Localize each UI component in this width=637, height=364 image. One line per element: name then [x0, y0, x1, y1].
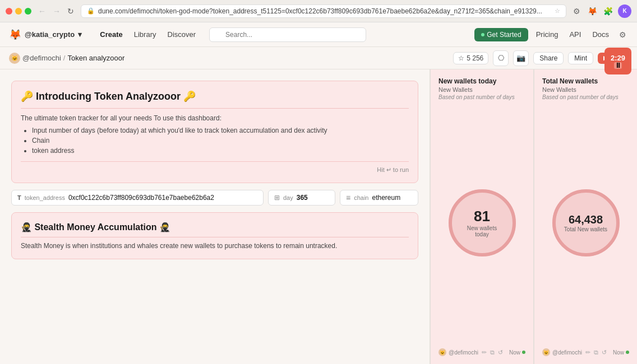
discover-link[interactable]: Discover — [163, 28, 201, 41]
user-dot-left: 😺 — [438, 348, 446, 356]
chain-field[interactable]: ≡ chain ethereum — [340, 190, 418, 206]
search-area: 🔍 — [209, 27, 366, 42]
circle-ring-left — [449, 189, 516, 256]
edit-icon-right[interactable]: ✏ — [585, 349, 590, 356]
breadcrumb-user[interactable]: @defimochi — [22, 54, 61, 62]
intro-list: Input number of days (before today) at w… — [21, 127, 409, 155]
now-label-left: Now — [509, 349, 520, 356]
pricing-link[interactable]: Pricing — [533, 28, 562, 41]
workspace-selector[interactable]: 🦊 @katia_crypto ▾ — [9, 29, 82, 41]
circle-chart-right: 64,438 Total New wallets — [552, 189, 620, 256]
mint-label: Mint — [574, 54, 587, 62]
card-user-name-right: @defimochi — [552, 349, 582, 356]
copy-icon-right[interactable]: ⧉ — [594, 349, 598, 356]
breadcrumb-title: Token analyzooor — [67, 54, 124, 62]
pause-button[interactable]: ⏸ — [614, 62, 622, 69]
api-link[interactable]: API — [566, 28, 584, 41]
edit-icon-left[interactable]: ✏ — [482, 349, 487, 356]
extension-icon-3[interactable]: 🧩 — [602, 6, 613, 17]
chain-icon: ≡ — [346, 193, 350, 202]
chain-label: chain — [354, 194, 368, 201]
run-hint: Hit ↵ to run — [21, 161, 409, 174]
browser-actions: ⚙ 🦊 🧩 K — [571, 4, 631, 18]
nav-arrows: ← → ↻ — [36, 6, 76, 17]
window-controls — [6, 8, 31, 15]
refresh-icon-left[interactable]: ↺ — [498, 349, 503, 356]
settings-icon[interactable]: ⚙ — [617, 29, 628, 40]
token-address-field[interactable]: T token_address 0xcf0c122c6b73ff809c693d… — [11, 190, 264, 206]
day-field[interactable]: ⊞ day 365 — [268, 190, 335, 206]
workspace-name: @katia_crypto — [25, 30, 75, 39]
card-user-right: 😺 @defimochi — [542, 348, 582, 356]
docs-link[interactable]: Docs — [589, 28, 612, 41]
breadcrumb-avatar: 😺 — [9, 53, 20, 64]
now-dot-left — [522, 351, 525, 354]
forward-button[interactable]: → — [50, 6, 63, 17]
metric-right-viz: 64,438 Total New wallets — [542, 100, 629, 345]
list-item: token address — [32, 147, 409, 155]
chevron-down-icon: ▾ — [78, 30, 82, 39]
back-button[interactable]: ← — [36, 6, 48, 17]
timer-controls: ⏸ — [614, 62, 622, 69]
timer-overlay: 2:29 ⏸ — [604, 48, 631, 74]
create-link[interactable]: Create — [95, 28, 127, 41]
chain-value: ethereum — [372, 194, 412, 202]
nav-right: Get Started Pricing API Docs ⚙ — [474, 28, 628, 41]
now-label-right: Now — [613, 349, 624, 356]
metric-left-viz: 81 New wallets today — [438, 100, 525, 345]
metric-left-subtitle: New Wallets — [438, 86, 525, 93]
metric-card-right: Total New wallets New Wallets Based on p… — [534, 69, 637, 364]
get-started-button[interactable]: Get Started — [474, 28, 528, 41]
metric-right-title: Total New wallets — [542, 77, 629, 85]
refresh-icon-right[interactable]: ↺ — [602, 349, 607, 356]
breadcrumb-bar: 😺 @defimochi / Token analyzooor ☆ 5 256 … — [0, 47, 637, 69]
metric-right-desc: Based on past number of days — [542, 94, 629, 100]
workspace-icon: 🦊 — [9, 29, 21, 41]
metric-right-subtitle: New Wallets — [542, 86, 629, 93]
card-user-name-left: @defimochi — [449, 349, 478, 356]
extension-icon-2[interactable]: 🦊 — [587, 6, 598, 17]
github-button[interactable]: ⎔ — [493, 50, 509, 66]
library-link[interactable]: Library — [130, 28, 161, 41]
intro-description: The ultimate token tracker for all your … — [21, 114, 409, 122]
card-user-left: 😺 @defimochi — [438, 348, 478, 356]
maximize-button[interactable] — [25, 8, 31, 15]
now-dot-right — [626, 351, 629, 354]
copy-icon-left[interactable]: ⧉ — [490, 349, 495, 356]
day-label: day — [283, 194, 293, 201]
minimize-button[interactable] — [15, 8, 22, 15]
intro-title: 🔑 Introducing Token Analyzooor 🔑 — [21, 90, 409, 102]
search-input[interactable] — [209, 27, 366, 42]
card-footer-left: 😺 @defimochi ✏ ⧉ ↺ Now — [438, 348, 525, 356]
camera-button[interactable]: 📷 — [513, 50, 529, 66]
share-button[interactable]: Share — [533, 52, 564, 64]
browser-chrome: ← → ↻ 🔒 dune.com/defimochi/token-god-mod… — [0, 0, 637, 22]
list-item: Chain — [32, 137, 409, 144]
star-button[interactable]: ☆ 5 256 — [453, 52, 488, 64]
list-item: Input number of days (before today) at w… — [32, 127, 409, 134]
card-footer-right: 😺 @defimochi ✏ ⧉ ↺ Now — [542, 348, 629, 356]
stealth-description: Stealth Money is when institutions and w… — [21, 242, 409, 250]
token-icon: T — [17, 194, 21, 201]
day-icon: ⊞ — [274, 194, 280, 202]
star-count: 5 256 — [467, 54, 483, 62]
bookmark-icon: ☆ — [555, 7, 560, 15]
breadcrumb-actions: ☆ 5 256 ⎔ 📷 Share Mint ▶ Run — [453, 50, 628, 66]
status-dot — [481, 33, 484, 36]
main-content: 🔑 Introducing Token Analyzooor 🔑 The ult… — [0, 69, 637, 364]
intro-section: 🔑 Introducing Token Analyzooor 🔑 The ult… — [11, 81, 418, 183]
user-avatar[interactable]: K — [618, 4, 631, 18]
metric-left-desc: Based on past number of days — [438, 94, 525, 100]
address-bar[interactable]: 🔒 dune.com/defimochi/token-god-mode?toke… — [81, 4, 566, 18]
metric-left-title: New wallets today — [438, 77, 525, 85]
extension-icon-1[interactable]: ⚙ — [571, 6, 582, 17]
user-dot-right: 😺 — [542, 348, 550, 356]
reload-button[interactable]: ↻ — [65, 6, 76, 17]
close-button[interactable] — [6, 8, 12, 15]
metric-card-left: New wallets today New Wallets Based on p… — [430, 69, 533, 364]
nav-links: Create Library Discover — [95, 28, 200, 41]
circle-ring-right — [552, 189, 620, 256]
github-icon: ⎔ — [498, 54, 504, 62]
mint-button[interactable]: Mint — [568, 52, 593, 64]
param-bar: T token_address 0xcf0c122c6b73ff809c693d… — [11, 190, 418, 206]
